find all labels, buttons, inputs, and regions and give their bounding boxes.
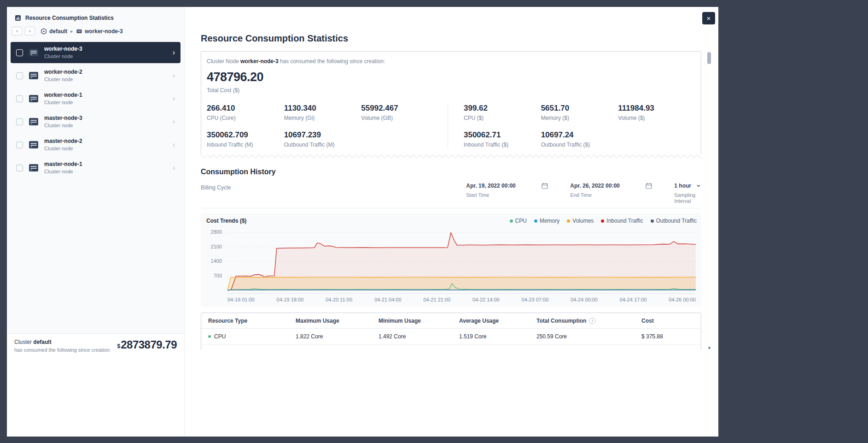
x-axis-tick: 04-22 14:00	[472, 297, 500, 302]
sampling-interval-value[interactable]: 1 hour	[674, 183, 691, 189]
history-controls: Billing Cycle Apr. 19, 2022 00:00 Start …	[201, 183, 701, 208]
resource-type-cell: Memory	[201, 349, 289, 350]
min-usage-cell: 6.415 Gi	[372, 349, 452, 350]
end-time-picker[interactable]: Apr. 26, 2022 00:00 End Time	[570, 183, 652, 198]
calendar-icon[interactable]	[646, 183, 652, 189]
summary-card: Cluster Nodeworker-node-3has consumed th…	[201, 51, 701, 154]
legend-dot	[651, 219, 654, 223]
stat-value: 10697.239	[284, 130, 361, 140]
cost-trends-chart-panel: Cost Trends ($) CPUMemoryVolumesInbound …	[201, 213, 701, 307]
node-name: master-node-2	[44, 138, 82, 144]
resource-table: Resource TypeMaximum UsageMinimum UsageA…	[201, 313, 701, 350]
summary-intro: Cluster Nodeworker-node-3has consumed th…	[207, 58, 695, 65]
calendar-icon[interactable]	[542, 183, 548, 189]
close-button[interactable]: ×	[702, 12, 715, 24]
stat: 55992.467Volume (GB)	[361, 104, 438, 121]
legend-item[interactable]: Outbound Traffic	[651, 218, 697, 224]
nav-back-button[interactable]: ‹	[12, 27, 22, 35]
node-checkbox[interactable]	[16, 49, 23, 56]
node-type: Cluster node	[44, 77, 82, 82]
consumption-history-title: Consumption History	[201, 168, 701, 176]
node-list-item[interactable]: master-node-2Cluster node›	[11, 134, 181, 155]
stat-label: Memory (Gi)	[284, 115, 361, 121]
node-list-item[interactable]: worker-node-3Cluster node›	[11, 42, 181, 63]
stat: 10697.239Outbound Traffic (M)	[284, 130, 361, 148]
legend-label: Volumes	[572, 218, 594, 224]
summary-node-name: worker-node-3	[240, 58, 279, 65]
stat-value: 111984.93	[618, 104, 695, 113]
node-checkbox[interactable]	[16, 72, 23, 79]
node-name: worker-node-3	[44, 46, 82, 52]
end-time-value[interactable]: Apr. 26, 2022 00:00	[570, 183, 619, 189]
legend-label: CPU	[515, 218, 527, 224]
cluster-total-title: Cluster default	[14, 339, 111, 345]
node-list-item[interactable]: worker-node-2Cluster node›	[11, 65, 181, 86]
stat-label: Volume (GB)	[361, 115, 438, 121]
min-usage-cell: 1.492 Core	[372, 333, 452, 340]
chart-x-axis: 04-19 01:0004-19 18:0004-20 11:0004-21 0…	[227, 297, 696, 302]
legend-item[interactable]: Memory	[534, 218, 559, 224]
node-checkbox[interactable]	[16, 95, 23, 102]
stat-label: Memory ($)	[541, 115, 618, 121]
stat-value: 350062.709	[207, 130, 284, 140]
node-type: Cluster node	[44, 123, 82, 128]
stat: 266.410CPU (Core)	[207, 104, 284, 121]
node-checkbox[interactable]	[16, 165, 23, 171]
total-consumption-cell: 250.59 Core	[530, 333, 635, 340]
ticket-tear-edge	[201, 154, 701, 159]
stat: 5651.70Memory ($)	[541, 104, 618, 121]
legend-item[interactable]: CPU	[510, 218, 527, 224]
usage-stats-group: 266.410CPU (Core)1130.340Memory (Gi)5599…	[207, 104, 448, 148]
start-time-value[interactable]: Apr. 19, 2022 00:00	[466, 183, 515, 189]
table-row: CPU1.822 Core1.492 Core1.519 Core250.59 …	[201, 329, 701, 345]
y-axis-tick: 2100	[211, 244, 222, 249]
node-list-item[interactable]: master-node-1Cluster node›	[11, 157, 181, 178]
node-list-item[interactable]: master-node-3Cluster node›	[11, 111, 181, 132]
stat: 1130.340Memory (Gi)	[284, 104, 361, 121]
sidebar-header: Resource Consumption Statistics	[7, 7, 184, 22]
summary-stats: 266.410CPU (Core)1130.340Memory (Gi)5599…	[207, 104, 695, 148]
node-checkbox[interactable]	[16, 142, 23, 148]
cost-stats-group: 399.62CPU ($)5651.70Memory ($)111984.93V…	[448, 104, 695, 148]
node-checkbox[interactable]	[16, 118, 23, 125]
resource-type-cell: CPU	[201, 333, 289, 340]
legend-item[interactable]: Volumes	[567, 218, 594, 224]
stat-label: Volume ($)	[618, 115, 695, 121]
stat: 111984.93Volume ($)	[618, 104, 695, 121]
legend-item[interactable]: Inbound Traffic	[601, 218, 643, 224]
start-time-picker[interactable]: Apr. 19, 2022 00:00 Start Time	[466, 183, 548, 198]
node-type: Cluster node	[44, 100, 82, 105]
table-row: Memory6.898 Gi6.415 Gi6.454 Gi1064.875 G…	[201, 345, 701, 350]
x-axis-tick: 04-26 00:00	[669, 297, 696, 302]
scrollbar-thumb[interactable]	[707, 52, 711, 64]
stat-value: 55992.467	[361, 104, 438, 113]
x-axis-tick: 04-24 00:00	[571, 297, 598, 302]
x-axis-tick: 04-19 01:00	[227, 297, 255, 302]
node-name: worker-node-2	[44, 69, 82, 75]
x-axis-tick: 04-21 04:00	[374, 297, 402, 302]
nav-forward-button[interactable]: ›	[25, 27, 35, 35]
breadcrumb: default ▸ worker-node-3	[41, 28, 123, 35]
scrollbar[interactable]: ▼	[707, 52, 711, 350]
server-icon	[28, 70, 40, 82]
stat-value: 350062.71	[464, 130, 541, 140]
chart-y-axis: 280021001400700	[206, 228, 224, 293]
sidebar-title: Resource Consumption Statistics	[25, 15, 114, 21]
breadcrumb-cluster[interactable]: default	[49, 28, 67, 35]
stat: 350062.71Inbound Traffic ($)	[464, 130, 541, 148]
sampling-interval-select[interactable]: 1 hour Sampling Interval	[674, 183, 701, 204]
legend-label: Outbound Traffic	[656, 218, 697, 224]
x-axis-tick: 04-21 21:00	[423, 297, 450, 302]
chevron-down-icon[interactable]	[696, 183, 701, 189]
avg-usage-cell: 6.454 Gi	[452, 349, 530, 350]
info-icon[interactable]: i	[589, 318, 595, 324]
sidebar-nav: ‹ › default ▸ worker-node-3	[12, 27, 177, 35]
node-list-item[interactable]: worker-node-1Cluster node›	[11, 88, 181, 109]
legend-dot	[510, 219, 513, 223]
cost-cell: $ 5324.38	[635, 349, 701, 350]
resource-stats-modal: Resource Consumption Statistics ‹ › defa…	[7, 7, 718, 437]
main-panel: × Resource Consumption Statistics Cluste…	[185, 7, 718, 437]
node-name: master-node-3	[44, 115, 82, 121]
server-icon	[28, 116, 40, 128]
scrollbar-down-arrow-icon[interactable]: ▼	[707, 346, 711, 350]
